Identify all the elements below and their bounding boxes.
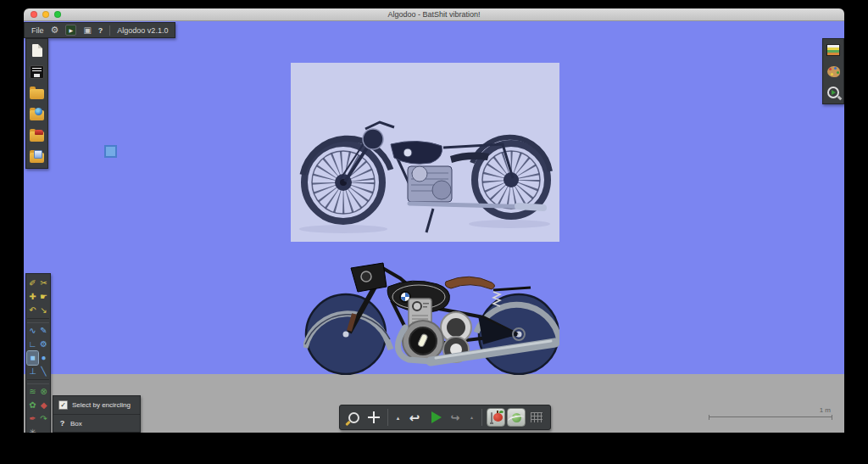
pan-tool-button[interactable] xyxy=(364,407,383,428)
bike-crankcase[interactable] xyxy=(403,321,443,361)
circle-tool[interactable]: ● xyxy=(38,351,49,365)
playback-toolbar: ▴ ↩ ↪ ▴ xyxy=(339,405,551,430)
close-button[interactable] xyxy=(31,11,37,18)
help-menu-icon[interactable]: ? xyxy=(98,26,103,35)
new-scene-button[interactable] xyxy=(28,42,46,59)
box-tool[interactable]: ■ xyxy=(27,351,38,365)
bike-seat[interactable] xyxy=(445,277,494,289)
redo-button[interactable]: ↪ xyxy=(446,407,465,428)
chevron-up-icon: ▴ xyxy=(397,415,400,421)
grid-toggle[interactable] xyxy=(527,407,546,428)
window-menu-icon[interactable]: ▣ xyxy=(83,26,91,35)
scene-thumbnail-icon xyxy=(35,130,43,135)
active-tool-label: Box xyxy=(70,420,82,428)
floppy-disk-icon xyxy=(30,65,44,79)
scale-line xyxy=(709,415,832,420)
encircle-checkbox[interactable]: ✓ xyxy=(58,400,68,410)
minimize-button[interactable] xyxy=(42,11,49,18)
sketch-tool[interactable]: ✐ xyxy=(27,277,38,290)
redo-history-expander[interactable]: ▴ xyxy=(466,407,477,428)
open-lesson-button[interactable] xyxy=(28,148,46,165)
pan-arrows-icon xyxy=(368,411,380,423)
undo-arrow-icon: ↩ xyxy=(409,411,420,424)
chevron-up-icon: ▴ xyxy=(470,415,473,420)
cut-tool[interactable]: ✂ xyxy=(38,277,49,290)
scale-tool[interactable]: ↘ xyxy=(38,304,49,317)
photo-shadow-rear xyxy=(469,220,550,228)
folder-globe-icon xyxy=(30,110,44,120)
zoom-tool-button[interactable] xyxy=(344,407,363,428)
play-button[interactable] xyxy=(426,407,444,428)
zoom-to-scene-button[interactable] xyxy=(825,85,842,100)
gravity-toggle[interactable] xyxy=(487,408,505,427)
photo-muffler-tip xyxy=(518,206,543,208)
tracer-tool[interactable]: ✳ xyxy=(27,426,38,433)
menubar: File ⚙ ▶ ▣ ? Algodoo v2.1.0 xyxy=(24,22,175,38)
browse-online-scenes-button[interactable] xyxy=(28,106,46,122)
bike-front-wheel[interactable] xyxy=(306,294,386,374)
photo-headlamp xyxy=(363,129,383,149)
algodoo-window: Algodoo - BatShit vibration! xyxy=(24,8,844,433)
window-title: Algodoo - BatShit vibration! xyxy=(24,8,844,20)
plane-tool[interactable]: ⊥ xyxy=(27,365,38,378)
lesson-doc-icon xyxy=(34,150,42,159)
layers-button[interactable] xyxy=(825,42,842,58)
tool-help-row[interactable]: ? Box xyxy=(53,414,140,432)
undo-history-expander[interactable]: ▴ xyxy=(392,407,403,428)
file-menu[interactable]: File xyxy=(31,26,44,35)
spring-tool[interactable]: ≋ xyxy=(27,385,38,399)
gear-menu-icon[interactable]: ⚙ xyxy=(51,25,59,35)
air-friction-toggle[interactable] xyxy=(507,408,526,427)
capsule-tool[interactable]: ╲ xyxy=(38,365,49,378)
scene-canvas[interactable]: File ⚙ ▶ ▣ ? Algodoo v2.1.0 xyxy=(24,21,844,433)
small-blue-box[interactable] xyxy=(104,145,117,158)
toolbar-separator xyxy=(481,409,482,426)
gear-tool[interactable]: ⚙ xyxy=(38,338,49,351)
new-document-icon xyxy=(32,44,42,57)
globe-icon xyxy=(35,108,42,115)
open-recent-scene-button[interactable] xyxy=(28,127,46,143)
palette-divider xyxy=(27,318,49,323)
photo-shadow-front xyxy=(299,225,387,233)
folder-lesson-icon xyxy=(30,153,44,163)
traffic-lights xyxy=(31,11,61,18)
move-tool[interactable]: ✚ xyxy=(27,290,38,304)
bike-headlamp-lens xyxy=(361,271,371,282)
fullscreen-button[interactable] xyxy=(54,11,61,18)
reference-photo-motorcycle[interactable] xyxy=(291,63,559,242)
open-folder-button[interactable] xyxy=(28,85,46,101)
physics-motorcycle[interactable] xyxy=(303,261,559,375)
chain-tool[interactable]: ↷ xyxy=(38,412,49,426)
drag-tool[interactable]: ☛ xyxy=(38,290,49,304)
redo-arrow-icon: ↪ xyxy=(451,412,460,423)
photo-engine xyxy=(408,166,452,202)
bike-rear-rack[interactable] xyxy=(493,288,531,290)
spline-tool[interactable]: ∿ xyxy=(27,324,38,338)
air-friction-icon xyxy=(512,413,521,422)
tool-palette: ✐ ✂ ✚ ☛ ↶ ↘ ∿ ✎ ∟ ⚙ ■ ● ⊥ ╲ ≋ ⊗ ✿ ◆ xyxy=(25,273,51,433)
polygon-tool[interactable]: ∟ xyxy=(27,338,38,351)
encircle-option-row[interactable]: ✓ Select by encircling xyxy=(53,396,140,414)
toolbar-separator xyxy=(387,409,388,426)
rotate-tool[interactable]: ↶ xyxy=(27,304,38,317)
appearance-palette-button[interactable] xyxy=(825,64,842,79)
play-icon xyxy=(431,411,442,423)
folder-scene-icon xyxy=(30,131,44,142)
undo-button[interactable]: ↩ xyxy=(405,407,424,428)
tool-options-popup: ✓ Select by encircling ? Box xyxy=(53,395,141,433)
layers-icon xyxy=(826,44,840,56)
axle-tool[interactable]: ⊗ xyxy=(38,385,49,399)
apple-icon xyxy=(493,413,503,422)
play-menu-icon[interactable]: ▶ xyxy=(65,25,76,36)
scale-ruler: 1 m xyxy=(709,406,832,420)
grid-icon xyxy=(531,412,542,422)
laser-tool[interactable]: ✒ xyxy=(27,412,38,426)
cogwheel-tool[interactable]: ✿ xyxy=(27,399,38,412)
encircle-option-label: Select by encircling xyxy=(72,401,131,409)
titlebar[interactable]: Algodoo - BatShit vibration! xyxy=(24,8,844,21)
file-toolbar xyxy=(25,38,48,169)
brush-tool[interactable]: ✎ xyxy=(38,324,49,338)
fixate-tool[interactable]: ◆ xyxy=(38,399,49,412)
zoom-scene-icon xyxy=(827,87,839,98)
save-scene-button[interactable] xyxy=(28,64,46,80)
